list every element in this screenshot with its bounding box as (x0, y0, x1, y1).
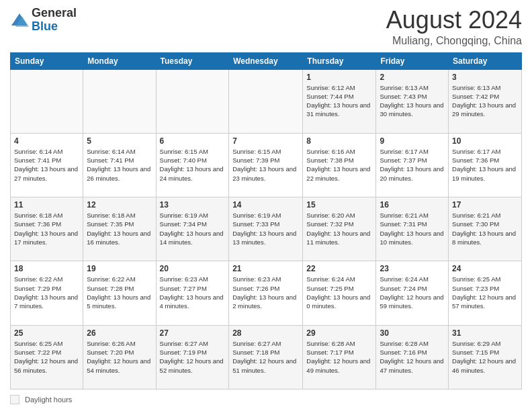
week-row-1: 1Sunrise: 6:12 AM Sunset: 7:44 PM Daylig… (11, 69, 522, 133)
day-number: 6 (160, 136, 226, 146)
cal-cell: 4Sunrise: 6:14 AM Sunset: 7:41 PM Daylig… (11, 133, 83, 197)
day-info: Sunrise: 6:23 AM Sunset: 7:27 PM Dayligh… (160, 275, 226, 310)
cal-cell: 20Sunrise: 6:23 AM Sunset: 7:27 PM Dayli… (156, 261, 229, 325)
day-number: 28 (232, 328, 299, 338)
day-number: 22 (306, 264, 372, 273)
day-number: 1 (306, 73, 372, 82)
day-info: Sunrise: 6:18 AM Sunset: 7:36 PM Dayligh… (14, 211, 79, 246)
day-info: Sunrise: 6:22 AM Sunset: 7:29 PM Dayligh… (14, 275, 79, 310)
day-info: Sunrise: 6:15 AM Sunset: 7:40 PM Dayligh… (160, 147, 226, 183)
cal-cell: 5Sunrise: 6:14 AM Sunset: 7:41 PM Daylig… (83, 133, 156, 197)
day-info: Sunrise: 6:18 AM Sunset: 7:35 PM Dayligh… (87, 211, 152, 246)
day-number: 19 (87, 264, 152, 273)
day-info: Sunrise: 6:19 AM Sunset: 7:33 PM Dayligh… (232, 211, 299, 246)
calendar-table: SundayMondayTuesdayWednesdayThursdayFrid… (10, 52, 522, 390)
day-info: Sunrise: 6:24 AM Sunset: 7:24 PM Dayligh… (380, 275, 445, 310)
cal-cell: 26Sunrise: 6:26 AM Sunset: 7:20 PM Dayli… (83, 325, 156, 389)
day-info: Sunrise: 6:24 AM Sunset: 7:25 PM Dayligh… (306, 275, 372, 310)
logo-icon (10, 11, 29, 30)
logo-text-blue: Blue (32, 19, 58, 33)
day-number: 27 (160, 328, 226, 338)
logo-text-general: General (32, 6, 77, 19)
cal-cell: 27Sunrise: 6:27 AM Sunset: 7:19 PM Dayli… (156, 325, 229, 389)
week-row-5: 25Sunrise: 6:25 AM Sunset: 7:22 PM Dayli… (11, 325, 522, 389)
day-info: Sunrise: 6:14 AM Sunset: 7:41 PM Dayligh… (14, 147, 79, 183)
title-block: August 2024 Muliang, Chongqing, China (386, 7, 522, 47)
week-row-2: 4Sunrise: 6:14 AM Sunset: 7:41 PM Daylig… (11, 133, 522, 197)
day-info: Sunrise: 6:25 AM Sunset: 7:23 PM Dayligh… (452, 275, 518, 310)
week-row-3: 11Sunrise: 6:18 AM Sunset: 7:36 PM Dayli… (11, 197, 522, 261)
week-row-4: 18Sunrise: 6:22 AM Sunset: 7:29 PM Dayli… (11, 261, 522, 325)
header-day-wednesday: Wednesday (229, 52, 303, 69)
header-day-sunday: Sunday (11, 52, 83, 69)
day-info: Sunrise: 6:27 AM Sunset: 7:18 PM Dayligh… (232, 339, 299, 375)
cal-cell: 28Sunrise: 6:27 AM Sunset: 7:18 PM Dayli… (229, 325, 303, 389)
day-info: Sunrise: 6:26 AM Sunset: 7:20 PM Dayligh… (87, 339, 152, 375)
cal-cell (229, 69, 303, 133)
cal-cell (156, 69, 229, 133)
day-number: 20 (160, 264, 226, 273)
day-info: Sunrise: 6:20 AM Sunset: 7:32 PM Dayligh… (306, 211, 372, 246)
day-info: Sunrise: 6:17 AM Sunset: 7:36 PM Dayligh… (452, 147, 518, 183)
cal-cell: 2Sunrise: 6:13 AM Sunset: 7:43 PM Daylig… (376, 69, 449, 133)
header-day-thursday: Thursday (303, 52, 376, 69)
day-info: Sunrise: 6:29 AM Sunset: 7:15 PM Dayligh… (452, 339, 518, 375)
cal-cell: 30Sunrise: 6:28 AM Sunset: 7:16 PM Dayli… (376, 325, 449, 389)
cal-cell: 3Sunrise: 6:13 AM Sunset: 7:42 PM Daylig… (449, 69, 522, 133)
location-subtitle: Muliang, Chongqing, China (386, 35, 522, 47)
day-number: 2 (380, 73, 445, 82)
cal-cell: 25Sunrise: 6:25 AM Sunset: 7:22 PM Dayli… (11, 325, 83, 389)
day-info: Sunrise: 6:15 AM Sunset: 7:39 PM Dayligh… (232, 147, 299, 183)
cal-cell: 10Sunrise: 6:17 AM Sunset: 7:36 PM Dayli… (449, 133, 522, 197)
logo: General Blue (10, 7, 77, 34)
header-day-monday: Monday (83, 52, 156, 69)
day-number: 21 (232, 264, 299, 273)
day-number: 25 (14, 328, 79, 338)
day-headers-row: SundayMondayTuesdayWednesdayThursdayFrid… (11, 52, 522, 69)
day-info: Sunrise: 6:19 AM Sunset: 7:34 PM Dayligh… (160, 211, 226, 246)
day-info: Sunrise: 6:27 AM Sunset: 7:19 PM Dayligh… (160, 339, 226, 375)
day-info: Sunrise: 6:22 AM Sunset: 7:28 PM Dayligh… (87, 275, 152, 310)
cal-cell: 15Sunrise: 6:20 AM Sunset: 7:32 PM Dayli… (303, 197, 376, 261)
day-number: 30 (380, 328, 445, 338)
footer: Daylight hours (10, 393, 522, 404)
cal-cell (83, 69, 156, 133)
month-title: August 2024 (386, 7, 522, 34)
cal-cell: 18Sunrise: 6:22 AM Sunset: 7:29 PM Dayli… (11, 261, 83, 325)
day-number: 26 (87, 328, 152, 338)
page: General Blue August 2024 Muliang, Chongq… (0, 0, 532, 411)
calendar: SundayMondayTuesdayWednesdayThursdayFrid… (10, 52, 522, 390)
header-day-saturday: Saturday (449, 52, 522, 69)
day-info: Sunrise: 6:16 AM Sunset: 7:38 PM Dayligh… (306, 147, 372, 183)
cal-cell: 12Sunrise: 6:18 AM Sunset: 7:35 PM Dayli… (83, 197, 156, 261)
cal-cell: 7Sunrise: 6:15 AM Sunset: 7:39 PM Daylig… (229, 133, 303, 197)
day-number: 8 (306, 136, 372, 146)
cal-cell: 11Sunrise: 6:18 AM Sunset: 7:36 PM Dayli… (11, 197, 83, 261)
cal-cell: 21Sunrise: 6:23 AM Sunset: 7:26 PM Dayli… (229, 261, 303, 325)
cal-cell: 31Sunrise: 6:29 AM Sunset: 7:15 PM Dayli… (449, 325, 522, 389)
day-info: Sunrise: 6:17 AM Sunset: 7:37 PM Dayligh… (380, 147, 445, 183)
day-number: 29 (306, 328, 372, 338)
cal-cell: 23Sunrise: 6:24 AM Sunset: 7:24 PM Dayli… (376, 261, 449, 325)
cal-cell: 19Sunrise: 6:22 AM Sunset: 7:28 PM Dayli… (83, 261, 156, 325)
header: General Blue August 2024 Muliang, Chongq… (10, 7, 522, 47)
cal-cell: 24Sunrise: 6:25 AM Sunset: 7:23 PM Dayli… (449, 261, 522, 325)
day-number: 18 (14, 264, 79, 273)
day-number: 13 (160, 200, 226, 210)
cal-cell: 16Sunrise: 6:21 AM Sunset: 7:31 PM Dayli… (376, 197, 449, 261)
day-number: 24 (452, 264, 518, 273)
day-info: Sunrise: 6:14 AM Sunset: 7:41 PM Dayligh… (87, 147, 152, 183)
cal-cell (11, 69, 83, 133)
daylight-box-icon (10, 395, 19, 404)
cal-cell: 1Sunrise: 6:12 AM Sunset: 7:44 PM Daylig… (303, 69, 376, 133)
cal-cell: 13Sunrise: 6:19 AM Sunset: 7:34 PM Dayli… (156, 197, 229, 261)
cal-cell: 6Sunrise: 6:15 AM Sunset: 7:40 PM Daylig… (156, 133, 229, 197)
day-number: 3 (452, 73, 518, 82)
cal-cell: 9Sunrise: 6:17 AM Sunset: 7:37 PM Daylig… (376, 133, 449, 197)
day-number: 23 (380, 264, 445, 273)
header-day-friday: Friday (376, 52, 449, 69)
cal-cell: 29Sunrise: 6:28 AM Sunset: 7:17 PM Dayli… (303, 325, 376, 389)
day-info: Sunrise: 6:21 AM Sunset: 7:30 PM Dayligh… (452, 211, 518, 246)
day-info: Sunrise: 6:25 AM Sunset: 7:22 PM Dayligh… (14, 339, 79, 375)
day-number: 7 (232, 136, 299, 146)
